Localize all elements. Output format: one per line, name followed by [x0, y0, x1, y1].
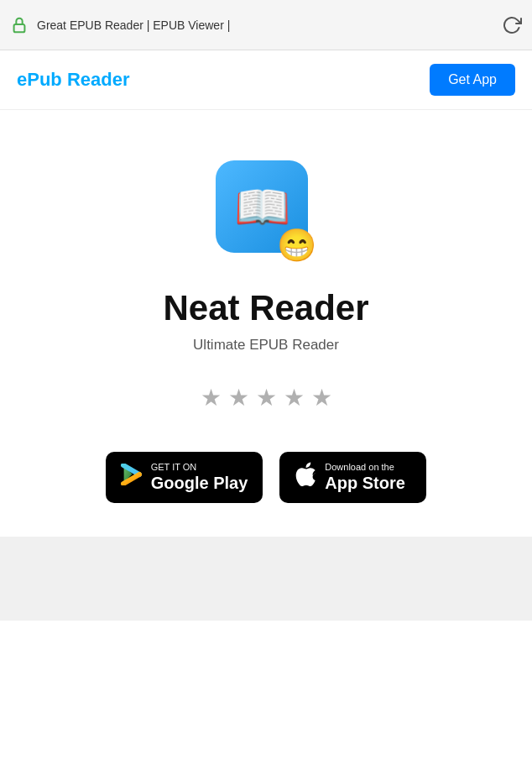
emoji-badge: 😁 — [277, 229, 316, 261]
lock-icon — [10, 16, 29, 34]
download-buttons: GET IT ON Google Play Download on the Ap… — [106, 452, 427, 503]
stars-row: ★ ★ ★ ★ ★ — [201, 384, 332, 411]
app-logo: ePub Reader — [17, 69, 130, 91]
google-play-button[interactable]: GET IT ON Google Play — [106, 452, 263, 503]
app-store-text: Download on the App Store — [325, 462, 405, 493]
star-3: ★ — [256, 384, 277, 411]
google-play-top-label: GET IT ON — [151, 462, 197, 473]
star-4: ★ — [284, 384, 305, 411]
google-play-text: GET IT ON Google Play — [151, 462, 248, 493]
book-icon: 📖 — [234, 184, 290, 229]
app-subtitle: Ultimate EPUB Reader — [193, 337, 339, 354]
app-icon-wrapper: 📖 😁 — [216, 160, 316, 261]
app-store-bottom-label: App Store — [325, 473, 405, 493]
app-header: ePub Reader Get App — [0, 50, 532, 110]
app-store-top-label: Download on the — [325, 462, 394, 473]
star-5: ★ — [311, 384, 332, 411]
svg-rect-0 — [14, 24, 25, 32]
google-play-icon — [121, 464, 143, 491]
app-store-button[interactable]: Download on the App Store — [279, 452, 426, 503]
footer-area — [0, 537, 532, 621]
star-2: ★ — [228, 384, 249, 411]
apple-icon — [295, 462, 316, 493]
reload-icon[interactable] — [502, 15, 522, 35]
google-play-bottom-label: Google Play — [151, 473, 248, 493]
browser-url: Great EPUB Reader | EPUB Viewer | — [37, 18, 493, 32]
browser-bar: Great EPUB Reader | EPUB Viewer | — [0, 0, 532, 50]
main-content: 📖 😁 Neat Reader Ultimate EPUB Reader ★ ★… — [0, 110, 532, 537]
get-app-button[interactable]: Get App — [430, 64, 515, 96]
star-1: ★ — [201, 384, 222, 411]
app-title: Neat Reader — [163, 288, 368, 328]
